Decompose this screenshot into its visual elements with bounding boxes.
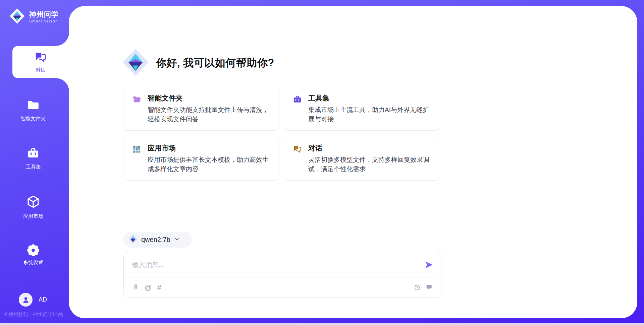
sidebar-item-label: 对话 [36,67,46,73]
paperclip-icon [132,284,139,291]
sidebar-item-app-market[interactable]: 应用市场 [0,195,66,219]
card-desc: 集成市场上主流工具，助力AI与外界无缝扩展与对接 [308,105,432,124]
composer: @ # [123,252,441,298]
send-button[interactable] [424,260,434,270]
brand-logo: 神州问学 Smart Vision [9,8,59,25]
card-body: 应用市场 应用市场提供丰富长文本模板，助力高效生成多样化文章内容 [148,144,271,180]
user-menu[interactable]: AD [19,293,47,307]
brand-subtitle: Smart Vision [29,19,59,23]
card-title: 智能文件夹 [148,94,271,103]
card-smart-folder[interactable]: 智能文件夹 智能文件夹功能支持批量文件上传与清洗，轻松实现文件问答 [123,87,279,131]
sidebar-item-label: 工具集 [26,164,41,170]
hash-icon: # [157,284,161,291]
message-square-icon [426,284,433,291]
sidebar-item-label: 应用市场 [23,213,43,219]
sidebar-item-settings[interactable]: 系统设置 [0,244,66,266]
sidebar: 神州问学 Smart Vision 对话 智能文件夹 [0,0,69,325]
folder-icon [26,99,40,113]
copyright-text: ©神州数码 · 神州问学出品 [4,311,63,318]
diamond-logo-icon [9,8,25,25]
card-body: 智能文件夹 智能文件夹功能支持批量文件上传与清洗，轻松实现文件问答 [148,94,271,130]
sidebar-item-chat[interactable]: 对话 [12,46,69,78]
card-desc: 灵活切换多模型文件，支持多样回复效果调试，满足个性化需求 [308,155,432,174]
diamond-logo-icon [128,235,138,245]
card-body: 工具集 集成市场上主流工具，助力AI与外界无缝扩展与对接 [308,94,432,130]
card-title: 对话 [308,144,432,152]
gear-icon [27,244,39,256]
card-desc: 智能文件夹功能支持批量文件上传与清洗，轻松实现文件问答 [148,105,271,124]
history-button[interactable] [414,284,421,291]
diamond-logo-icon [122,48,149,78]
chat-bubbles-icon [34,51,47,65]
folder-open-icon [132,95,141,130]
main-content: 你好, 我可以如何帮助你? 智能文件夹 智能文件夹功能支持批量文件上传与清洗，轻… [0,0,569,312]
card-body: 对话 灵活切换多模型文件，支持多样回复效果调试，满足个性化需求 [308,144,432,180]
card-title: 应用市场 [148,144,271,152]
hashtag-button[interactable]: # [157,284,161,291]
briefcase-icon [26,147,40,161]
cube-icon [26,195,40,210]
card-desc: 应用市场提供丰富长文本模板，助力高效生成多样化文章内容 [148,155,271,174]
at-sign-icon: @ [145,284,152,291]
greeting-block: 你好, 我可以如何帮助你? [122,48,274,78]
send-icon [424,260,433,269]
sidebar-item-toolset[interactable]: 工具集 [0,147,66,170]
history-icon [414,284,421,291]
mention-button[interactable]: @ [145,284,152,291]
conversation-button[interactable] [426,284,433,291]
bottom-edge-strip [0,323,644,325]
card-title: 工具集 [308,94,432,103]
sidebar-item-smart-folder[interactable]: 智能文件夹 [0,99,66,122]
message-input[interactable] [132,261,424,269]
card-toolset[interactable]: 工具集 集成市场上主流工具，助力AI与外界无缝扩展与对接 [284,87,440,131]
chat-bubbles-icon [293,145,302,180]
sidebar-item-label: 智能文件夹 [21,116,46,122]
user-name: AD [39,296,47,303]
card-app-market[interactable]: 应用市场 应用市场提供丰富长文本模板，助力高效生成多样化文章内容 [123,137,279,181]
model-selector[interactable]: qwen2:7b [123,232,192,248]
attach-file-button[interactable] [132,284,139,291]
avatar [19,293,33,307]
app-root: { "brand": { "name": "神州问学", "subtitle":… [0,0,644,325]
feature-cards: 智能文件夹 智能文件夹功能支持批量文件上传与清洗，轻松实现文件问答 工具集 集成… [123,87,440,181]
grid-icon [132,145,141,180]
card-chat[interactable]: 对话 灵活切换多模型文件，支持多样回复效果调试，满足个性化需求 [284,137,440,181]
sidebar-item-label: 系统设置 [23,259,43,266]
brand-name: 神州问学 [29,10,59,18]
greeting-title: 你好, 我可以如何帮助你? [156,56,274,70]
model-name: qwen2:7b [141,236,170,244]
chevron-down-icon [174,236,180,243]
briefcase-icon [293,95,302,130]
